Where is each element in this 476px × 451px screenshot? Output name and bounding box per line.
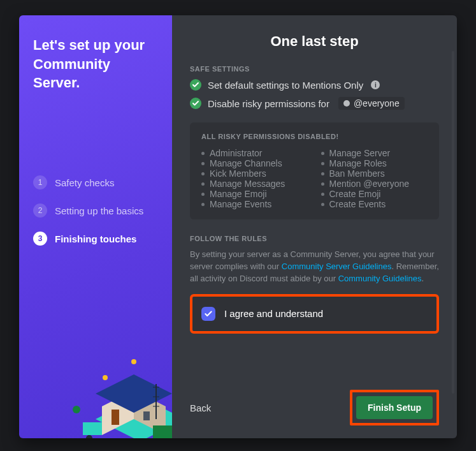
community-server-guidelines-link[interactable]: Community Server Guidelines: [282, 262, 392, 271]
svg-point-8: [73, 406, 80, 413]
follow-rules-label: FOLLOW THE RULES: [190, 235, 439, 242]
svg-rect-5: [143, 411, 150, 420]
svg-point-14: [131, 359, 136, 364]
safe-settings-label: SAFE SETTINGS: [190, 65, 439, 73]
page-title: One last step: [190, 33, 439, 50]
finish-setup-button[interactable]: Finish Setup: [356, 396, 433, 419]
setting-text: Disable risky permissions for: [208, 98, 329, 109]
agree-label: I agree and understand: [224, 308, 323, 319]
permission-item: Manage Server: [321, 148, 428, 158]
permission-item: Kick Members: [201, 168, 308, 179]
permission-item: Manage Emoji: [201, 189, 308, 199]
permission-item: Administrator: [201, 148, 308, 158]
permission-item: Create Events: [321, 199, 428, 209]
role-name: @everyone: [354, 98, 400, 108]
step-number: 3: [33, 232, 47, 246]
step-number: 1: [33, 175, 47, 189]
permission-item: Manage Roles: [321, 158, 428, 168]
community-guidelines-link[interactable]: Community Guidelines: [338, 274, 422, 283]
rules-description: By setting your server as a Community Se…: [190, 249, 439, 285]
sidebar-title: Let's set up your Community Server.: [33, 36, 158, 92]
svg-point-16: [86, 435, 92, 438]
isometric-house-illustration: [57, 323, 172, 438]
check-icon: [190, 79, 201, 91]
check-icon: [190, 98, 201, 109]
step-number: 2: [33, 203, 47, 218]
permission-item: Manage Messages: [201, 179, 308, 189]
agree-checkbox-row[interactable]: I agree and understand: [190, 294, 439, 334]
permissions-box: ALL RISKY PERMISSIONS DISABLED! Administ…: [190, 122, 439, 219]
scrollbar[interactable]: [452, 51, 454, 394]
setting-text: Set default settings to Mentions Only: [208, 80, 363, 91]
step-finishing-touches[interactable]: 3 Finishing touches: [33, 232, 158, 246]
role-dot-icon: [343, 100, 350, 107]
permission-item: Create Emoji: [321, 189, 428, 199]
setup-main-panel: One last step SAFE SETTINGS Set default …: [172, 15, 457, 438]
permissions-grid: Administrator Manage Channels Kick Membe…: [201, 148, 428, 209]
agree-checkbox[interactable]: [201, 307, 215, 321]
permission-item: Manage Channels: [201, 158, 308, 168]
permission-item: Manage Events: [201, 199, 308, 209]
setup-sidebar: Let's set up your Community Server. 1 Sa…: [19, 15, 172, 438]
svg-rect-4: [112, 410, 119, 425]
step-label: Safety checks: [55, 177, 114, 188]
permission-item: Mention @everyone: [321, 179, 428, 189]
info-icon[interactable]: i: [371, 80, 380, 89]
community-setup-modal: Let's set up your Community Server. 1 Sa…: [19, 15, 457, 438]
svg-rect-7: [153, 425, 172, 438]
back-button[interactable]: Back: [190, 403, 211, 413]
modal-footer: Back Finish Setup: [190, 378, 439, 425]
permissions-header: ALL RISKY PERMISSIONS DISABLED!: [201, 133, 428, 140]
everyone-role-tag: @everyone: [338, 97, 405, 110]
step-label: Finishing touches: [55, 233, 136, 244]
permission-item: Ban Members: [321, 168, 428, 179]
step-setting-up-basics[interactable]: 2 Setting up the basics: [33, 203, 158, 218]
finish-highlight: Finish Setup: [350, 390, 439, 425]
step-label: Setting up the basics: [55, 205, 143, 216]
svg-point-15: [103, 375, 108, 380]
step-safety-checks[interactable]: 1 Safety checks: [33, 175, 158, 189]
setting-disable-risky: Disable risky permissions for @everyone: [190, 97, 439, 110]
setup-steps: 1 Safety checks 2 Setting up the basics …: [33, 175, 158, 246]
svg-rect-6: [83, 422, 102, 435]
setting-mentions-only: Set default settings to Mentions Only i: [190, 79, 439, 91]
